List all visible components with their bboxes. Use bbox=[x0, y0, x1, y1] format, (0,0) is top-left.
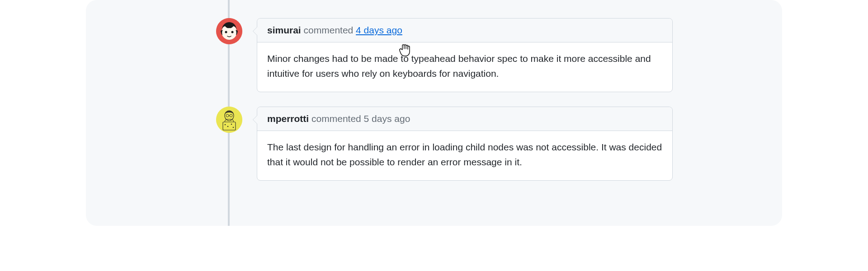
cursor-hand-icon bbox=[399, 43, 410, 57]
svg-point-12 bbox=[231, 124, 232, 125]
comment-body: The last design for handling an error in… bbox=[257, 131, 672, 180]
svg-point-13 bbox=[233, 127, 234, 128]
avatar[interactable] bbox=[216, 18, 242, 44]
comment-action-text: commented bbox=[304, 25, 354, 35]
timeline-canvas: simurai commented 4 days ago Minor chang… bbox=[86, 0, 782, 226]
avatar[interactable] bbox=[216, 107, 242, 133]
svg-point-3 bbox=[231, 31, 234, 33]
comment-box: simurai commented 4 days ago Minor chang… bbox=[257, 18, 673, 92]
comment-timestamp[interactable]: 5 days ago bbox=[364, 113, 410, 124]
svg-point-11 bbox=[227, 126, 229, 127]
comments-container: simurai commented 4 days ago Minor chang… bbox=[216, 18, 673, 195]
comment-action-text: commented bbox=[311, 113, 361, 124]
comment-item: mperrotti commented 5 days ago The last … bbox=[216, 107, 673, 181]
comment-header: mperrotti commented 5 days ago bbox=[257, 107, 672, 131]
comment-arrow-icon bbox=[253, 27, 257, 36]
comment-author[interactable]: simurai bbox=[267, 25, 301, 35]
comment-item: simurai commented 4 days ago Minor chang… bbox=[216, 18, 673, 92]
svg-point-2 bbox=[225, 31, 227, 33]
comment-author[interactable]: mperrotti bbox=[267, 113, 309, 124]
svg-point-10 bbox=[225, 124, 226, 126]
comment-box: mperrotti commented 5 days ago The last … bbox=[257, 107, 673, 181]
comment-arrow-icon bbox=[253, 115, 257, 124]
comment-timestamp-link[interactable]: 4 days ago bbox=[356, 25, 402, 35]
comment-body: Minor changes had to be made to typeahea… bbox=[257, 42, 672, 92]
avatar-illustration-icon bbox=[216, 18, 242, 44]
comment-header: simurai commented 4 days ago bbox=[257, 19, 672, 42]
avatar-illustration-icon bbox=[216, 107, 242, 133]
